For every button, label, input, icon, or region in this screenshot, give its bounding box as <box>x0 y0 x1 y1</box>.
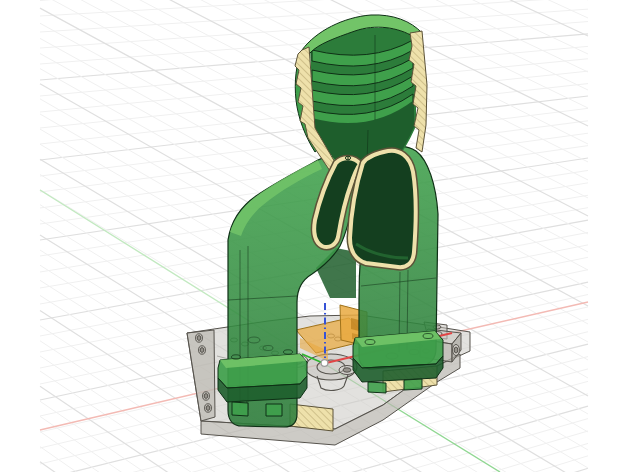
bracket-slot <box>351 318 359 331</box>
origin-point <box>321 360 328 367</box>
section-opening-right-duct <box>350 151 416 267</box>
counterbore-right-hole <box>343 368 351 372</box>
cad-viewport[interactable] <box>0 0 628 472</box>
cut-rim-beige <box>350 151 416 267</box>
screw-hole-bore <box>200 348 204 353</box>
left-foot-tab <box>266 404 282 416</box>
right-foot-tab <box>404 379 422 390</box>
viewport-canvas[interactable] <box>0 0 628 472</box>
screw-hole-bore <box>206 406 210 411</box>
split-pilot-hole-center <box>347 157 349 158</box>
right-foot-tab <box>368 382 386 393</box>
screw-hole-bore <box>204 394 208 399</box>
right-wing-side-bore <box>454 347 458 353</box>
screw-hole-bore <box>197 336 201 341</box>
left-foot-tab <box>232 402 248 416</box>
